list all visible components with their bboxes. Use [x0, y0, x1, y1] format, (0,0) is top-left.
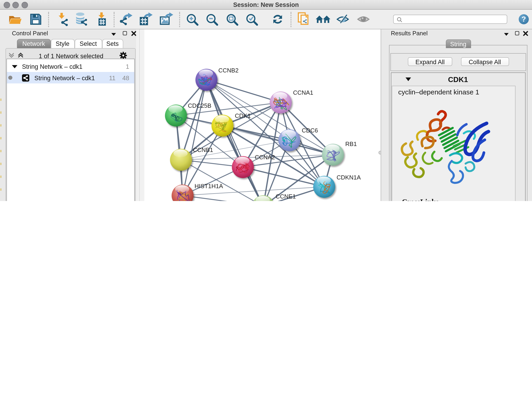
svg-text:CDK1: CDK1: [235, 112, 251, 119]
svg-text:CDC25B: CDC25B: [188, 102, 211, 109]
svg-text:CDKN1A: CDKN1A: [336, 174, 361, 181]
svg-text:RB1: RB1: [345, 140, 357, 147]
svg-text:CCNA1: CCNA1: [293, 89, 313, 96]
svg-text:HIST1H1A: HIST1H1A: [195, 183, 223, 190]
svg-text:CDC6: CDC6: [302, 127, 318, 134]
svg-text:CCNB2: CCNB2: [218, 67, 239, 74]
svg-text:CCNE1: CCNE1: [276, 193, 296, 200]
svg-text:CCNB1: CCNB1: [193, 147, 213, 153]
svg-text:CCNA2: CCNA2: [255, 154, 275, 161]
